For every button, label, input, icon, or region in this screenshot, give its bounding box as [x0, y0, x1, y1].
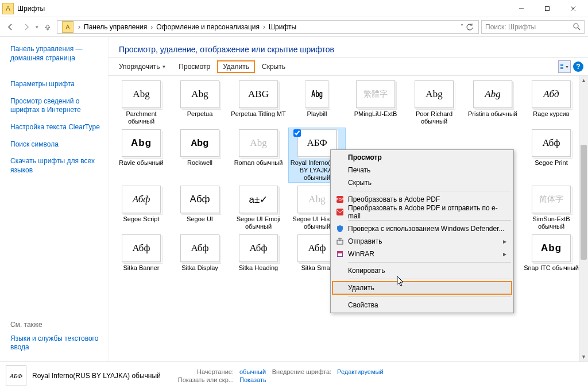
chevron-down-icon[interactable]: ˅	[461, 24, 463, 30]
context-menu-label: Свойства	[348, 301, 378, 309]
context-menu-item[interactable]: Скрыть	[332, 176, 512, 189]
svg-rect-16	[338, 253, 342, 256]
details-font-name: Royal Inferno(RUS BY LYAJKA) обычный	[32, 372, 161, 380]
sidebar-link-online-info[interactable]: Просмотр сведений о шрифтах в Интернете	[10, 97, 101, 115]
vertical-scrollbar[interactable]: ▲ ▼	[579, 76, 588, 361]
sidebar-home-link[interactable]: Панель управления — домашняя страница	[10, 45, 101, 63]
font-item[interactable]: 繁體字PMingLiU-ExtB	[347, 79, 404, 126]
font-label: Rage курсив	[524, 110, 579, 118]
scroll-up-icon[interactable]: ▲	[579, 76, 588, 85]
font-select-checkbox[interactable]	[293, 129, 301, 137]
minimize-button[interactable]	[508, 1, 534, 17]
sidebar-link-languages[interactable]: Языки и службы текстового ввода	[10, 334, 101, 352]
font-label: Poor Richard обычный	[407, 110, 462, 125]
context-menu-label: Преобразовать в Adobe PDF	[348, 195, 440, 203]
address-bar[interactable]: A › Панель управления › Оформление и пер…	[57, 20, 479, 34]
context-menu-item[interactable]: Копировать	[332, 264, 512, 277]
context-menu-item[interactable]: Отправить▸	[332, 235, 512, 248]
font-label: Rockwell	[172, 159, 227, 167]
up-button[interactable]	[41, 20, 55, 34]
context-menu-item[interactable]: WinRAR▸	[332, 248, 512, 260]
font-label: Perpetua Titling MT	[231, 110, 286, 118]
pdfmail-icon	[335, 207, 345, 217]
history-dropdown-icon[interactable]: ▾	[36, 24, 38, 30]
context-menu-item[interactable]: Преобразовать в Adobe PDF и отправить по…	[332, 206, 512, 218]
close-button[interactable]	[560, 1, 586, 17]
font-thumbnail: Абф	[532, 129, 571, 157]
font-thumbnail: ABG	[239, 80, 278, 108]
context-menu-item[interactable]: Просмотр	[332, 151, 512, 164]
refresh-icon[interactable]	[466, 23, 474, 31]
font-item[interactable]: AbgPristina обычный	[465, 79, 521, 126]
font-thumbnail: Абф	[239, 234, 278, 262]
font-thumbnail: Abg	[180, 129, 219, 157]
font-item[interactable]: AbgPoor Richard обычный	[406, 79, 462, 126]
font-item[interactable]: AbgRavie обычный	[113, 128, 169, 182]
font-item[interactable]: АбфSegoe UI	[172, 184, 228, 231]
font-item[interactable]: AbgRoman обычный	[230, 128, 287, 182]
sidebar-link-font-settings[interactable]: Параметры шрифта	[10, 80, 101, 89]
font-label: Pristina обычный	[465, 110, 520, 118]
breadcrumb-segment[interactable]: Шрифты	[268, 23, 297, 31]
maximize-button[interactable]	[534, 1, 560, 17]
font-item[interactable]: АбфSegoe Print	[523, 128, 579, 182]
font-item[interactable]: AbgPerpetua	[172, 79, 228, 126]
font-label: Segoe UI Emoji обычный	[231, 215, 286, 230]
search-input[interactable]: Поиск: Шрифты	[481, 20, 585, 34]
organize-button[interactable]: Упорядочить ▼	[113, 60, 172, 73]
context-menu-item[interactable]: Удалить	[332, 281, 512, 295]
svg-text:PDF: PDF	[336, 198, 344, 202]
context-menu-separator	[348, 191, 511, 191]
font-item[interactable]: ABGPerpetua Titling MT	[230, 79, 287, 126]
toolbar: Упорядочить ▼ Просмотр Удалить Скрыть ▼ …	[109, 57, 588, 76]
chevron-right-icon[interactable]: ›	[261, 23, 268, 31]
help-icon[interactable]: ?	[573, 61, 583, 72]
font-item[interactable]: a±✓Segoe UI Emoji обычный	[230, 184, 287, 231]
details-pane: АБФ Royal Inferno(RUS BY LYAJKA) обычный…	[0, 361, 588, 389]
font-item[interactable]: AbgRockwell	[172, 128, 228, 182]
font-item[interactable]: АбфSegoe Script	[113, 184, 169, 231]
font-item[interactable]: AbgSnap ITC обычный	[523, 233, 579, 280]
search-icon[interactable]	[573, 23, 581, 30]
sidebar-link-download[interactable]: Скачать шрифты для всех языков	[10, 157, 101, 175]
details-label: Внедрение шрифта:	[272, 368, 331, 375]
fonts-folder-icon: A	[62, 21, 74, 33]
svg-rect-1	[545, 6, 549, 10]
view-options-button[interactable]: ▼	[558, 60, 571, 73]
font-item[interactable]: АбдRage курсив	[523, 79, 579, 126]
details-value: Показать	[239, 376, 266, 383]
forward-button[interactable]	[20, 20, 33, 34]
back-button[interactable]	[3, 20, 17, 34]
context-menu-item[interactable]: Свойства	[332, 299, 512, 311]
context-menu-label: Преобразовать в Adobe PDF и отправить по…	[348, 204, 506, 220]
font-item[interactable]: АбфSitka Banner	[113, 233, 169, 280]
font-thumbnail: Abg	[122, 129, 161, 157]
chevron-right-icon[interactable]: ›	[148, 23, 155, 31]
font-label: Perpetua	[172, 110, 227, 118]
font-item[interactable]: 简体字SimSun-ExtB обычный	[523, 184, 579, 231]
scrollbar-thumb[interactable]	[581, 145, 587, 260]
context-menu-label: Печать	[348, 166, 370, 174]
scroll-down-icon[interactable]: ▼	[579, 352, 588, 361]
font-item[interactable]: АбфSitka Heading	[230, 233, 287, 280]
breadcrumb-segment[interactable]: Панель управления	[83, 23, 148, 31]
svg-rect-15	[337, 251, 343, 253]
font-item[interactable]: AbgPlaybill	[289, 79, 345, 126]
font-thumbnail: Абд	[532, 80, 571, 108]
hide-button[interactable]: Скрыть	[256, 60, 291, 73]
sidebar-link-charmap[interactable]: Поиск символа	[10, 140, 101, 149]
chevron-right-icon[interactable]: ›	[76, 23, 83, 31]
context-menu-item[interactable]: Проверка с использованием Windows Defend…	[332, 222, 512, 235]
chevron-down-icon: ▼	[161, 64, 166, 70]
sidebar-link-cleartype[interactable]: Настройка текста ClearType	[10, 123, 101, 132]
context-menu-label: Скрыть	[348, 179, 372, 187]
font-label: Roman обычный	[231, 159, 286, 167]
font-thumbnail: 简体字	[532, 186, 571, 213]
font-item[interactable]: AbgParchment обычный	[113, 79, 169, 126]
preview-button[interactable]: Просмотр	[173, 60, 216, 73]
font-item[interactable]: АбфSitka Display	[172, 233, 228, 280]
font-label: PMingLiU-ExtB	[348, 110, 403, 118]
breadcrumb-segment[interactable]: Оформление и персонализация	[155, 23, 261, 31]
delete-button[interactable]: Удалить	[217, 60, 255, 73]
context-menu-item[interactable]: Печать	[332, 164, 512, 176]
